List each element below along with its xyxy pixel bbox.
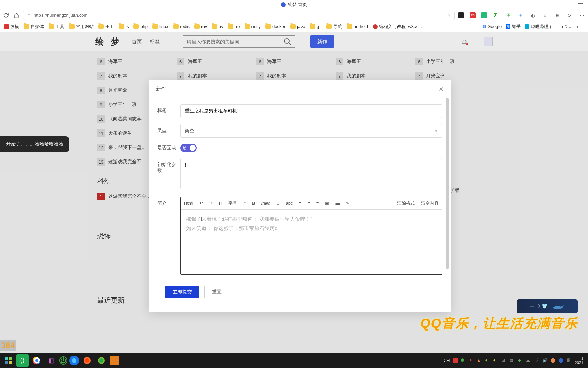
tray-lang[interactable]: CH [444,358,450,363]
ext-icon[interactable]: ⛨ [493,12,500,19]
tray-icon[interactable]: ▦ [510,358,515,363]
tb-heading[interactable]: H [219,201,222,206]
tray-icon[interactable]: ⊡ [502,358,507,363]
bookmark-item[interactable]: java [290,24,305,29]
tb-underline[interactable]: U [276,201,279,206]
tb-italic[interactable]: Italic [261,201,271,206]
taskbar-app[interactable] [81,354,93,367]
address-bar[interactable]: https://huimengzhijuan.com ☆ [23,11,455,20]
tray-icon[interactable]: ▲ [477,358,483,363]
tb-quote[interactable]: ❝ [243,201,246,206]
bookmark-item[interactable]: js [119,24,129,29]
interactive-toggle[interactable]: 是 [180,144,197,152]
tb-clearcontent[interactable]: 清空内容 [421,200,439,206]
taskbar-app[interactable] [31,354,43,367]
taskbar-app[interactable] [69,356,79,365]
whale-widget[interactable]: 中 ☽ 👕 [517,299,578,313]
bookmark-item[interactable]: unity [245,24,261,29]
tray-icon[interactable] [453,358,458,363]
tb-strike[interactable]: abc [286,201,293,206]
title-input[interactable] [180,104,442,118]
bookmark-item[interactable]: php [133,24,148,29]
bookmark-item[interactable]: mv [194,24,207,29]
bookmarks-overflow[interactable]: › [575,24,580,30]
submit-button[interactable]: 立即提交 [165,286,199,298]
label-type: 类型 [157,124,180,134]
editor-body[interactable]: I 那猴子又着棍子斜在那里喊道："我却要做玉皇大帝哩！" 如来笑道："你这猴子，… [181,210,442,274]
bookmark-item[interactable]: android [347,24,368,29]
collections-icon[interactable]: ⊕ [554,12,561,19]
modal-scrollbar[interactable] [446,98,450,311]
taskbar-app[interactable]: ◧ [45,354,57,367]
bookmark-item[interactable]: git [310,24,322,29]
bookmark-item[interactable]: py [212,24,223,29]
bookmark-item[interactable]: ae [228,24,240,29]
reload-button[interactable] [3,12,10,19]
home-button[interactable] [13,12,20,19]
favorites-icon[interactable]: ☆ [542,12,549,19]
chevron-down-icon: ▼ [434,129,438,133]
bookmark-item[interactable]: redis [173,24,190,29]
minimize-button[interactable] [578,3,583,4]
bookmark-item[interactable]: linux [152,24,168,29]
tray-icon[interactable]: 🔊 [542,358,548,363]
bookmark-star-icon[interactable]: ☆ [447,13,451,18]
bookmark-item[interactable]: 工具 [49,24,64,30]
menu-icon[interactable]: ⋯ [578,12,585,19]
align-center-icon[interactable]: ≡ [308,201,310,206]
taskbar-app[interactable]: ⟨⟩ [16,354,29,367]
windows-taskbar: ⟨⟩ ◧ ⏻ CH ⬢ ✦ ▲ ● ● ⊡ ▦ ◆ ☁ 🛡 🔊 ⬤ ⬤ ⛓ 1 … [0,353,588,368]
bookmark-item[interactable]: 编程入门教程_w3cs... [373,24,422,30]
redo-icon[interactable]: ↷ [209,201,213,206]
bookmark-item[interactable]: 哔哩哔哩 (゜-゜)つ... [525,24,571,30]
bookmark-item[interactable]: GGoogle [483,24,502,29]
tray-icon[interactable]: ● [493,358,499,363]
taskbar-app[interactable] [110,356,119,365]
window-titlebar: 绘梦-首页 [0,0,588,10]
video-icon[interactable]: ▬ [335,201,340,206]
align-right-icon[interactable]: ≡ [316,201,319,206]
clock-date[interactable]: 2021 [575,361,583,365]
ext-icon[interactable] [458,12,464,18]
tray-icon[interactable]: ◆ [518,358,523,363]
bookmark-item[interactable]: 常用网站 [69,24,94,30]
taskbar-app[interactable] [95,354,108,367]
undo-icon[interactable]: ↶ [199,201,203,206]
bookmark-item[interactable]: 纵横 [4,24,19,30]
ext-icon[interactable]: FB [470,12,476,18]
tb-fontsize[interactable]: 字号 [228,200,237,206]
bookmark-item[interactable]: 王卫 [98,24,114,30]
params-textarea[interactable]: {} [180,158,442,189]
tray-icon[interactable]: ⛓ [567,358,572,363]
tray-icon[interactable]: ⬢ [461,358,466,363]
tray-icon[interactable]: ● [485,358,491,363]
history-icon[interactable]: ⟳ [566,12,573,19]
image-icon[interactable]: ▣ [325,201,329,206]
tray-icon[interactable]: ⬤ [559,358,564,363]
bookmark-item[interactable]: docker [265,24,285,29]
bookmark-item[interactable]: 自媒体 [24,24,44,30]
reset-button[interactable]: 重置 [204,286,229,298]
ext-icon[interactable]: ⊞ [505,12,512,19]
close-icon[interactable]: ✕ [439,86,444,93]
tray-icon[interactable]: ⬤ [551,358,556,363]
clock-time[interactable]: 1 [575,356,583,361]
sync-icon[interactable]: ◐ [529,12,536,19]
bookmark-item[interactable]: 知知乎 [506,24,521,30]
tray-icon[interactable]: ✦ [469,358,474,363]
bookmarks-bar: 纵横 自媒体 工具 常用网站 王卫 js php linux redis mv … [0,21,588,32]
tb-bold[interactable]: B [252,201,255,206]
bookmark-item[interactable]: 导航 [326,24,342,30]
tb-html[interactable]: Html [184,201,193,206]
tray-icon[interactable]: 🛡 [534,358,540,363]
toggle-knob [190,145,196,151]
ext-icon[interactable] [481,12,487,18]
tray-icon[interactable]: ☁ [526,358,532,363]
taskbar-app[interactable]: ⏻ [59,356,67,365]
pen-icon[interactable]: ✎ [346,201,349,206]
align-left-icon[interactable]: ≡ [299,201,302,206]
start-button[interactable] [2,354,14,367]
ext-icon[interactable]: ✦ [517,12,524,19]
type-select[interactable]: 架空 ▼ [180,124,442,138]
tb-clearformat[interactable]: 清除格式 [397,200,415,206]
